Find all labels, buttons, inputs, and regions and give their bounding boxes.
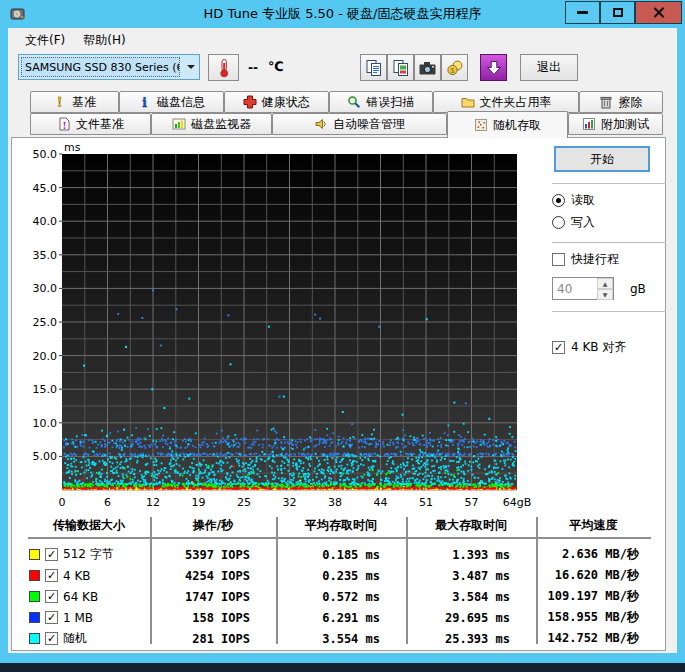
table-header-row: 传输数据大小操作/秒平均存取时间最大存取时间平均速度 bbox=[28, 517, 651, 539]
series-cell: 64 KB bbox=[28, 590, 150, 604]
copy-text-icon bbox=[365, 59, 383, 77]
tab-file-benchmark[interactable]: !文件基准 bbox=[30, 113, 151, 135]
series-checkbox[interactable] bbox=[45, 632, 58, 645]
menu-bar: 文件(F)帮助(H) bbox=[8, 28, 677, 49]
maximize-button[interactable] bbox=[600, 1, 635, 24]
series-color-swatch bbox=[29, 570, 40, 581]
svg-text:57: 57 bbox=[465, 496, 479, 509]
checkbox-4kb-align-box[interactable] bbox=[552, 341, 565, 354]
health-icon bbox=[243, 95, 257, 109]
separator bbox=[552, 183, 666, 184]
ops-cell: 5397 IOPS bbox=[150, 548, 276, 562]
spinner-down-icon[interactable]: ▼ bbox=[597, 289, 613, 300]
tab-label: 磁盘信息 bbox=[157, 94, 205, 111]
screenshot-button[interactable] bbox=[414, 54, 441, 81]
tab-label: 基准 bbox=[72, 94, 96, 111]
titlebar: HD Tune 专业版 5.50 - 硬盘/固态硬盘实用程序 bbox=[0, 0, 685, 28]
start-button[interactable]: 开始 bbox=[554, 146, 650, 172]
extra-tests-icon bbox=[582, 117, 596, 131]
svg-text:38: 38 bbox=[328, 496, 342, 509]
tab-benchmark[interactable]: !基准 bbox=[30, 91, 119, 113]
capacity-spinner[interactable]: 40 ▲ ▼ bbox=[552, 277, 614, 300]
erase-icon bbox=[599, 95, 613, 109]
table-body: 512 字节5397 IOPS0.185 ms1.393 ms2.636 MB/… bbox=[28, 544, 651, 649]
max-cell: 1.393 ms bbox=[406, 548, 536, 562]
temperature-button[interactable] bbox=[208, 54, 239, 81]
tab-label: 擦除 bbox=[618, 94, 642, 111]
tab-health[interactable]: 健康状态 bbox=[224, 91, 329, 113]
ops-cell: 4254 IOPS bbox=[150, 569, 276, 583]
series-checkbox[interactable] bbox=[45, 548, 58, 561]
table-header-3: 最大存取时间 bbox=[406, 517, 536, 534]
avg-cell: 0.235 ms bbox=[276, 569, 406, 583]
speed-cell: 142.752 MB/秒 bbox=[536, 630, 651, 647]
tab-noise[interactable]: 自动噪音管理 bbox=[272, 113, 447, 135]
tab-disk-info[interactable]: i磁盘信息 bbox=[119, 91, 224, 113]
tab-row-1: !基准i磁盘信息健康状态错误扫描文件夹占用率擦除 bbox=[30, 91, 663, 113]
spinner-up-icon[interactable]: ▲ bbox=[597, 278, 613, 289]
series-checkbox[interactable] bbox=[45, 590, 58, 603]
svg-text:5.00: 5.00 bbox=[33, 450, 58, 463]
capacity-row: 40 ▲ ▼ gB bbox=[552, 277, 666, 300]
tab-label: 错误扫描 bbox=[366, 94, 414, 111]
tab-folder-usage[interactable]: 文件夹占用率 bbox=[433, 91, 579, 113]
maximize-icon bbox=[613, 8, 623, 17]
exit-button[interactable]: 退出 bbox=[520, 54, 578, 81]
series-checkbox[interactable] bbox=[45, 569, 58, 582]
checkbox-4kb-align-label: 4 KB 对齐 bbox=[571, 339, 626, 356]
max-cell: 3.487 ms bbox=[406, 569, 536, 583]
minimize-button[interactable] bbox=[565, 1, 600, 24]
checkbox-4kb-align[interactable]: 4 KB 对齐 bbox=[552, 339, 666, 356]
chevron-down-icon[interactable] bbox=[182, 55, 199, 79]
svg-text:64gB: 64gB bbox=[503, 496, 532, 509]
tab-random-access[interactable]: 随机存取 bbox=[447, 111, 568, 138]
series-checkbox[interactable] bbox=[45, 611, 58, 624]
table-row: 1 MB158 IOPS6.291 ms29.695 ms158.955 MB/… bbox=[28, 607, 651, 628]
tab-erase[interactable]: 擦除 bbox=[579, 91, 663, 113]
camera-icon bbox=[418, 59, 437, 77]
checkbox-short-stroke[interactable]: 快捷行程 bbox=[552, 251, 666, 268]
series-label: 1 MB bbox=[63, 611, 93, 625]
speed-cell: 2.636 MB/秒 bbox=[536, 546, 651, 563]
table-column-divider bbox=[150, 517, 152, 644]
tab-label: 附加测试 bbox=[601, 116, 649, 133]
series-cell: 4 KB bbox=[28, 569, 150, 583]
copy-text-button[interactable] bbox=[360, 54, 387, 81]
close-button[interactable] bbox=[635, 1, 682, 24]
radio-read-circle[interactable] bbox=[552, 194, 565, 207]
series-color-swatch bbox=[29, 549, 40, 560]
svg-text:32: 32 bbox=[283, 496, 297, 509]
drive-select[interactable]: SAMSUNG SSD 830 Series (64 gB) bbox=[18, 54, 200, 80]
menu-item-help[interactable]: 帮助(H) bbox=[74, 31, 134, 50]
radio-write-circle[interactable] bbox=[552, 216, 565, 229]
table-column-divider bbox=[536, 517, 538, 644]
copy-image-button[interactable] bbox=[387, 54, 414, 81]
tab-extra-tests[interactable]: 附加测试 bbox=[568, 113, 663, 135]
series-color-swatch bbox=[29, 633, 40, 644]
radio-read[interactable]: 读取 bbox=[552, 192, 666, 209]
series-color-swatch bbox=[29, 612, 40, 623]
menu-item-file[interactable]: 文件(F) bbox=[16, 31, 74, 50]
svg-text:15.0: 15.0 bbox=[33, 383, 58, 396]
svg-text:ms: ms bbox=[64, 141, 81, 154]
update-button[interactable] bbox=[480, 54, 507, 81]
separator bbox=[552, 311, 666, 312]
table-row: 随机281 IOPS3.554 ms25.393 ms142.752 MB/秒 bbox=[28, 628, 651, 649]
hd-tune-window: HD Tune 专业版 5.50 - 硬盘/固态硬盘实用程序 文件(F)帮助(H… bbox=[0, 0, 685, 672]
tab-label: 文件基准 bbox=[76, 116, 124, 133]
tab-disk-monitor[interactable]: 磁盘监视器 bbox=[151, 113, 272, 135]
series-label: 4 KB bbox=[63, 569, 91, 583]
svg-text:50.0: 50.0 bbox=[33, 148, 58, 161]
radio-write[interactable]: 写入 bbox=[552, 214, 666, 231]
copy-image-icon bbox=[392, 59, 410, 77]
tab-error-scan[interactable]: 错误扫描 bbox=[329, 91, 434, 113]
checkbox-short-stroke-box[interactable] bbox=[552, 253, 565, 266]
table-column-divider bbox=[406, 517, 408, 644]
svg-text:30.0: 30.0 bbox=[33, 282, 58, 295]
series-cell: 512 字节 bbox=[28, 546, 150, 563]
donate-button[interactable]: $ bbox=[441, 54, 468, 81]
benchmark-icon: ! bbox=[53, 95, 67, 109]
max-cell: 3.584 ms bbox=[406, 590, 536, 604]
svg-text:6: 6 bbox=[104, 496, 111, 509]
svg-text:$: $ bbox=[450, 67, 454, 74]
